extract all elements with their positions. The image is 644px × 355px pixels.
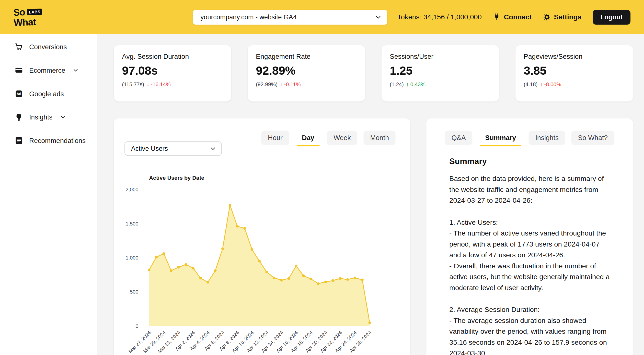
kpi-subline: (1.24)↑ 0.43% (390, 81, 491, 87)
kpi-value: 97.08s (122, 64, 223, 78)
settings-button[interactable]: Settings (543, 13, 582, 21)
connect-button[interactable]: Connect (493, 13, 532, 21)
sidebar-item-label: Conversions (29, 43, 67, 51)
settings-label: Settings (554, 13, 582, 21)
summary-text: Based on the data provided, here is a su… (449, 173, 612, 355)
top-bar: So LABS What yourcompany.com - website G… (0, 0, 644, 34)
summary-paragraph: 1. Active Users: - The number of active … (449, 217, 612, 293)
tab-week[interactable]: Week (327, 131, 358, 145)
app-logo: So LABS What (13, 7, 43, 28)
panels-row: HourDayWeekMonth Active Users Active Use… (114, 118, 633, 355)
chart-title: Active Users by Date (149, 175, 204, 181)
kpi-row: Avg. Session Duration97.08s(115.77s)↓ -1… (114, 45, 633, 102)
sidebar-item-label: Ecommerce (29, 66, 65, 74)
svg-text:0: 0 (136, 323, 138, 329)
kpi-value: 92.89% (256, 64, 357, 78)
granularity-tabs: HourDayWeekMonth (261, 131, 396, 145)
logout-button[interactable]: Logout (592, 10, 630, 24)
kpi-delta: ↓ -0.11% (280, 81, 301, 87)
kpi-subline: (115.77s)↓ -16.14% (122, 81, 223, 87)
sidebar: ConversionsEcommerceAdGoogle adsInsights… (0, 34, 98, 355)
gear-icon (543, 13, 551, 21)
chevron-down-icon (72, 67, 79, 74)
chevron-down-icon (374, 14, 382, 21)
sidebar-item-ecommerce[interactable]: Ecommerce (0, 61, 97, 80)
kpi-card-pageviews-session: Pageviews/Session3.85(4.18)↓ -8.00% (516, 45, 633, 102)
property-selector-value: yourcompany.com - website GA4 (200, 14, 297, 21)
app-root: So LABS What yourcompany.com - website G… (0, 0, 644, 355)
kpi-delta: ↑ 0.43% (406, 81, 426, 87)
analysis-panel: Q&ASummaryInsightsSo What? Summary Based… (426, 118, 633, 355)
tab-day[interactable]: Day (295, 131, 321, 145)
credit-card-icon (15, 66, 23, 75)
sidebar-item-label: Insights (29, 113, 52, 121)
cart-icon (15, 43, 23, 51)
sidebar-item-recommendations[interactable]: Recommendations (0, 131, 97, 150)
metric-selector-value: Active Users (131, 145, 168, 152)
kpi-subline: (92.99%)↓ -0.11% (256, 81, 357, 87)
list-icon (15, 136, 23, 145)
logo-text-what: What (14, 17, 42, 28)
labs-badge: LABS (27, 8, 42, 15)
sidebar-item-label: Google ads (29, 90, 64, 98)
kpi-previous-value: (4.18) (524, 81, 538, 87)
metric-selector[interactable]: Active Users (124, 141, 222, 156)
connect-label: Connect (504, 13, 532, 21)
main-content: Avg. Session Duration97.08s(115.77s)↓ -1… (98, 34, 644, 355)
svg-text:1,500: 1,500 (126, 221, 138, 226)
tab-so-what[interactable]: So What? (571, 131, 614, 145)
active-users-chart: 05001,0001,5002,000Mar 27, 2024Mar 29, 2… (120, 183, 404, 355)
kpi-card-sessions-user: Sessions/User1.25(1.24)↑ 0.43% (382, 45, 499, 102)
tab-insights[interactable]: Insights (529, 131, 565, 145)
property-selector[interactable]: yourcompany.com - website GA4 (193, 10, 387, 25)
ad-icon: Ad (15, 90, 23, 98)
svg-text:500: 500 (130, 289, 138, 294)
tab-month[interactable]: Month (364, 131, 396, 145)
kpi-card-engagement-rate: Engagement Rate92.89%(92.99%)↓ -0.11% (248, 45, 365, 102)
chevron-down-icon (60, 114, 66, 120)
chart-panel: HourDayWeekMonth Active Users Active Use… (114, 118, 410, 355)
sidebar-item-label: Recommendations (29, 137, 86, 144)
sidebar-nav: ConversionsEcommerceAdGoogle adsInsights… (0, 38, 97, 150)
kpi-card-avg-session-duration: Avg. Session Duration97.08s(115.77s)↓ -1… (114, 45, 231, 102)
svg-text:Ad: Ad (16, 92, 21, 96)
kpi-title: Engagement Rate (256, 53, 357, 61)
kpi-title: Sessions/User (390, 53, 491, 61)
kpi-previous-value: (92.99%) (256, 81, 278, 87)
plug-icon (493, 13, 500, 21)
kpi-previous-value: (115.77s) (122, 81, 144, 87)
summary-heading: Summary (449, 157, 610, 166)
kpi-delta: ↓ -8.00% (540, 81, 561, 87)
kpi-delta: ↓ -16.14% (146, 81, 170, 87)
summary-paragraph: Based on the data provided, here is a su… (449, 173, 612, 206)
svg-text:2,000: 2,000 (126, 187, 138, 192)
kpi-title: Pageviews/Session (524, 53, 625, 61)
header-actions: Tokens: 34,156 / 1,000,000 Connect (397, 10, 630, 24)
sidebar-item-insights[interactable]: Insights (0, 108, 97, 127)
tab-summary[interactable]: Summary (478, 131, 523, 145)
analysis-tabs: Q&ASummaryInsightsSo What? (426, 131, 633, 145)
logo-text-so: So (13, 7, 25, 17)
chevron-down-icon (209, 145, 217, 153)
kpi-subline: (4.18)↓ -8.00% (524, 81, 625, 87)
lightbulb-icon (15, 113, 23, 121)
sidebar-item-google-ads[interactable]: AdGoogle ads (0, 84, 97, 103)
kpi-title: Avg. Session Duration (122, 53, 223, 61)
kpi-value: 3.85 (524, 64, 625, 78)
tab-hour[interactable]: Hour (261, 131, 289, 145)
tab-q-a[interactable]: Q&A (445, 131, 472, 145)
kpi-value: 1.25 (390, 64, 491, 78)
sidebar-item-conversions[interactable]: Conversions (0, 38, 97, 56)
svg-text:1,000: 1,000 (126, 255, 138, 260)
summary-paragraph: 2. Average Session Duration: - The avera… (449, 304, 612, 355)
kpi-previous-value: (1.24) (390, 81, 404, 87)
tokens-counter: Tokens: 34,156 / 1,000,000 (397, 13, 482, 21)
